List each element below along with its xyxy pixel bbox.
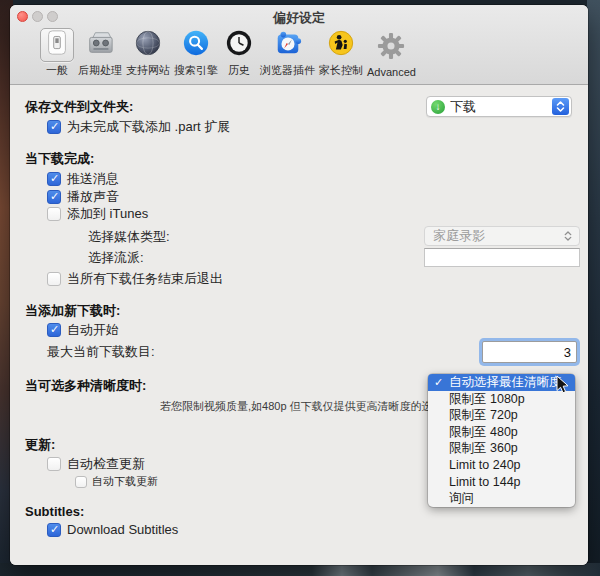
toolbar-item-label: 浏览器插件 xyxy=(260,63,315,78)
toolbar-item-general[interactable]: 一般 xyxy=(40,28,74,78)
quality-help-text: 若您限制视频质量,如480p 但下载仅提供更高清晰度的选项 xyxy=(160,399,444,414)
preferences-window: 偏好设定 一般 后期处理 xyxy=(10,5,588,565)
check-updates-row: 自动检查更新 xyxy=(47,455,145,473)
toolbar-item-label: 搜索引擎 xyxy=(174,63,218,78)
quality-dropdown-menu: ✓ 自动选择最佳清晰度 限制至 1080p 限制至 720p 限制至 480p … xyxy=(428,374,575,507)
quit-when-done-checkbox[interactable] xyxy=(47,272,61,286)
autostart-checkbox[interactable] xyxy=(47,323,61,337)
toolbar-item-label: Advanced xyxy=(367,66,416,78)
max-downloads-field xyxy=(482,341,577,363)
sound-row: 播放声音 xyxy=(47,188,119,206)
toolbar-item-supported-sites[interactable]: 支持网站 xyxy=(126,28,170,78)
parental-figure-icon xyxy=(327,29,355,61)
toolbar-item-label: 后期处理 xyxy=(78,63,122,78)
quality-section-label: 当可选多种清晰度时: xyxy=(25,377,146,395)
part-ext-label: 为未完成下载添加 .part 扩展 xyxy=(67,118,230,136)
menu-item-240p[interactable]: Limit to 240p xyxy=(428,457,575,474)
max-downloads-label: 最大当前下载数目: xyxy=(47,343,155,361)
gear-icon xyxy=(376,32,406,64)
screen: 偏好设定 一般 后期处理 xyxy=(0,0,600,576)
max-downloads-input[interactable] xyxy=(483,342,576,362)
toolbar-item-browser-plugins[interactable]: 浏览器插件 xyxy=(260,28,315,78)
play-sound-checkbox[interactable] xyxy=(47,190,61,204)
toolbar-item-postprocessing[interactable]: 后期处理 xyxy=(78,28,122,78)
genre-label: 选择流派: xyxy=(88,249,144,267)
light-switch-icon xyxy=(43,29,71,61)
toolbar-item-label: 家长控制 xyxy=(319,63,363,78)
download-complete-section-label: 当下载完成: xyxy=(25,150,94,168)
autostart-row: 自动开始 xyxy=(47,321,119,339)
subtitles-section-label: Subtitles: xyxy=(25,504,84,519)
push-notify-checkbox[interactable] xyxy=(47,172,61,186)
menu-item-ask[interactable]: 询问 xyxy=(428,490,575,507)
play-sound-label: 播放声音 xyxy=(67,188,119,206)
window-chrome: 偏好设定 一般 后期处理 xyxy=(10,5,588,85)
download-subtitles-row: Download Subtitles xyxy=(47,522,178,537)
mouse-cursor-icon xyxy=(556,375,570,399)
toolbar-item-label: 支持网站 xyxy=(126,63,170,78)
menu-item-auto-best[interactable]: ✓ 自动选择最佳清晰度 xyxy=(428,374,575,391)
menu-item-144p[interactable]: Limit to 144p xyxy=(428,474,575,491)
part-ext-row: 为未完成下载添加 .part 扩展 xyxy=(47,118,230,136)
auto-download-updates-checkbox[interactable] xyxy=(75,476,87,488)
auto-download-updates-row: 自动下载更新 xyxy=(75,474,158,489)
toolbar-item-label: 历史 xyxy=(228,63,250,78)
toolbar-item-search-engines[interactable]: 搜索引擎 xyxy=(174,28,218,78)
save-folder-popup[interactable]: ↓ 下载 xyxy=(426,96,572,117)
titlebar: 偏好设定 xyxy=(10,5,588,27)
toolbar-item-parental-controls[interactable]: 家长控制 xyxy=(319,28,363,78)
media-type-popup: 家庭录影 xyxy=(424,226,580,246)
downloads-folder-icon: ↓ xyxy=(431,100,445,114)
media-type-value: 家庭录影 xyxy=(425,227,485,245)
preferences-toolbar: 一般 后期处理 支持网站 xyxy=(40,28,416,78)
globe-icon xyxy=(134,29,162,61)
genre-input[interactable] xyxy=(424,248,580,267)
add-to-itunes-label: 添加到 iTunes xyxy=(67,205,148,223)
save-folder-value: 下载 xyxy=(450,98,476,116)
toolbar-item-history[interactable]: 历史 xyxy=(222,28,256,78)
push-notify-label: 推送消息 xyxy=(67,170,119,188)
check-updates-checkbox[interactable] xyxy=(47,457,61,471)
toolbar-item-advanced[interactable]: Advanced xyxy=(367,31,416,78)
push-row: 推送消息 xyxy=(47,170,119,188)
updates-section-label: 更新: xyxy=(25,436,55,454)
download-subtitles-label: Download Subtitles xyxy=(67,522,178,537)
menu-item-480p[interactable]: 限制至 480p xyxy=(428,424,575,441)
itunes-row: 添加到 iTunes xyxy=(47,205,148,223)
check-updates-label: 自动检查更新 xyxy=(67,455,145,473)
machine-icon xyxy=(85,29,115,61)
popup-stepper-disabled-icon xyxy=(563,230,573,242)
toolbar-item-label: 一般 xyxy=(46,63,68,78)
auto-download-updates-label: 自动下载更新 xyxy=(92,474,158,489)
quit-when-done-label: 当所有下载任务结束后退出 xyxy=(67,270,223,288)
menu-item-360p[interactable]: 限制至 360p xyxy=(428,440,575,457)
menu-item-720p[interactable]: 限制至 720p xyxy=(428,407,575,424)
desktop-wallpaper-right xyxy=(587,0,600,576)
add-to-itunes-checkbox[interactable] xyxy=(47,207,61,221)
download-subtitles-checkbox[interactable] xyxy=(47,523,61,537)
search-icon xyxy=(182,29,210,61)
part-ext-checkbox[interactable] xyxy=(47,120,61,134)
puzzle-compass-icon xyxy=(273,29,303,61)
menu-item-1080p[interactable]: 限制至 1080p xyxy=(428,391,575,408)
new-download-section-label: 当添加新下载时: xyxy=(25,302,120,320)
general-pane: 保存文件到文件夹: ↓ 下载 为未完成下载添加 .part 扩展 当下载完成: … xyxy=(10,85,588,565)
clock-icon xyxy=(225,29,253,61)
save-folder-section-label: 保存文件到文件夹: xyxy=(25,98,133,116)
checkmark-icon: ✓ xyxy=(434,374,443,391)
autostart-label: 自动开始 xyxy=(67,321,119,339)
window-title: 偏好设定 xyxy=(10,9,588,27)
media-type-label: 选择媒体类型: xyxy=(88,228,170,246)
quit-row: 当所有下载任务结束后退出 xyxy=(47,270,223,288)
popup-stepper-icon xyxy=(552,98,569,115)
